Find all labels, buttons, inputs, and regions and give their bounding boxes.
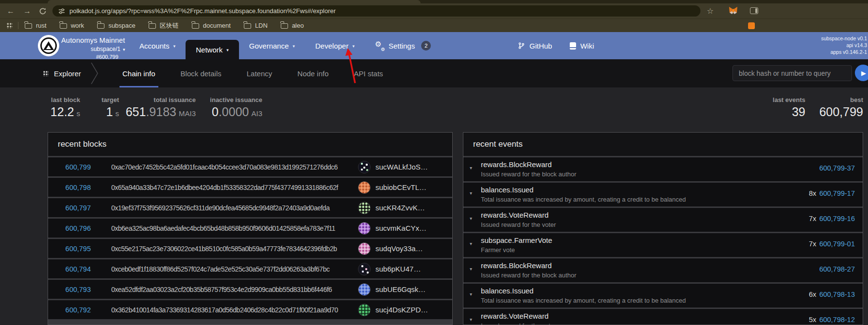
author-name: sucKR4ZvvK… (375, 204, 425, 212)
tab-node-info[interactable]: Node info (285, 59, 341, 87)
chain-info[interactable]: Autonomys Mainnet subspace/1▾ #600,799 (61, 36, 125, 60)
github-link[interactable]: GitHub (518, 42, 552, 50)
nav-settings[interactable]: ⚙⚙ Settings 2 (365, 32, 441, 59)
play-icon: ▶ (861, 69, 866, 77)
event-block-link[interactable]: 600,799-17 (819, 189, 855, 197)
block-number-link[interactable]: 600,796 (52, 224, 91, 232)
url-text[interactable]: polkadot.js.org/apps/?rpc=wss%3A%2F%2Frp… (69, 7, 336, 15)
event-row: ▾ rewards.BlockReward Issued reward for … (463, 258, 863, 282)
block-number-link[interactable]: 600,798 (52, 184, 91, 191)
wiki-link[interactable]: Wiki (570, 42, 594, 50)
bookmark-star-icon[interactable]: ☆ (707, 5, 714, 17)
tab-latency[interactable]: Latency (234, 59, 285, 87)
side-panel-icon[interactable] (750, 7, 758, 14)
reload-icon[interactable] (39, 7, 47, 15)
metamask-extension-icon[interactable] (729, 6, 738, 17)
identicon (358, 161, 371, 173)
block-author[interactable]: subUE6Gqsk… (358, 283, 425, 296)
bookmark-label: rust (36, 22, 47, 29)
bookmark-folder-blockchain[interactable]: 区块链 (149, 21, 179, 30)
folder-icon (25, 23, 32, 29)
event-block-link[interactable]: 600,798-13 (819, 291, 855, 298)
event-block-link[interactable]: 600,799-01 (819, 240, 855, 248)
event-row: ▾ rewards.BlockReward Issued reward for … (463, 157, 863, 181)
apps-grid-icon[interactable] (6, 22, 13, 29)
block-number-link[interactable]: 600,795 (52, 245, 91, 253)
chevron-down-icon: ▾ (173, 44, 176, 49)
block-author[interactable]: sudqVoy33a… (358, 242, 423, 255)
bookmark-label: LDN (255, 22, 268, 29)
event-description: Issued reward for the block author (481, 272, 577, 279)
block-number-link[interactable]: 600,792 (52, 306, 91, 314)
tab-block-details[interactable]: Block details (168, 59, 234, 87)
tab-chain-info[interactable]: Chain info (110, 59, 168, 87)
block-author[interactable]: sucvmKaCYx… (358, 222, 426, 235)
nav-governance[interactable]: Governance▾ (239, 32, 305, 59)
event-block-link[interactable]: 600,799-16 (819, 215, 855, 222)
main-nav: Accounts▾ Network▾ Governance▾ Developer… (129, 32, 441, 59)
expand-toggle-icon[interactable]: ▾ (470, 291, 472, 297)
table-row: 600,794 0xceb0edf1f18830ff86d5257f024c7a… (48, 259, 452, 278)
event-name: rewards.VoteReward (481, 211, 548, 219)
autonomys-logo-icon[interactable] (38, 35, 59, 56)
expand-toggle-icon[interactable]: ▾ (470, 216, 472, 221)
expand-toggle-icon[interactable]: ▾ (470, 241, 472, 246)
event-count: 7x (809, 215, 816, 222)
back-icon[interactable]: ← (5, 5, 17, 17)
forward-icon[interactable]: → (21, 5, 33, 17)
stat-last-block: last block 12.2s (51, 96, 80, 119)
bookmark-folder-work[interactable]: work (60, 22, 84, 29)
block-number-link[interactable]: 600,794 (52, 265, 91, 273)
expand-toggle-icon[interactable]: ▾ (470, 165, 472, 171)
block-number-link[interactable]: 600,799 (52, 163, 91, 171)
expand-toggle-icon[interactable]: ▾ (470, 190, 472, 196)
table-row: 600,798 0x65a940a33b47c72e1b6dbee4204db1… (48, 178, 452, 197)
nav-network[interactable]: Network▾ (186, 40, 239, 59)
event-row: ▾ balances.Issued Total issuance was inc… (463, 183, 863, 206)
bookmark-folder-aleo[interactable]: aleo (281, 22, 304, 29)
query-submit-button[interactable]: ▶ (855, 65, 868, 81)
bookmark-folder-subspace[interactable]: subspace (97, 22, 136, 29)
grid-icon (43, 70, 49, 76)
block-author[interactable]: sucj4DsKZPD… (358, 304, 428, 316)
address-bar[interactable]: polkadot.js.org/apps/?rpc=wss%3A%2F%2Frp… (52, 5, 700, 17)
event-name: rewards.BlockReward (481, 160, 552, 169)
stat-last-events: last events 39 (773, 96, 805, 119)
bookmark-folder-document[interactable]: document (192, 22, 231, 29)
expand-toggle-icon[interactable]: ▾ (470, 266, 472, 272)
site-settings-icon[interactable] (58, 8, 65, 15)
identicon (358, 263, 371, 275)
browser-active-tab[interactable] (48, 0, 421, 3)
bookmarks-extension-icon[interactable] (748, 22, 755, 29)
block-author[interactable]: subiobCEvTL… (358, 181, 426, 194)
event-block-link[interactable]: 600,798-12 (819, 316, 855, 324)
event-block-link[interactable]: 600,798-27 (819, 265, 855, 273)
event-block-link[interactable]: 600,799-37 (819, 164, 855, 172)
event-row: ▾ rewards.VoteReward Issued reward for t… (463, 208, 863, 232)
nav-accounts[interactable]: Accounts▾ (129, 32, 186, 59)
block-number-link[interactable]: 600,793 (52, 286, 91, 293)
block-number-link[interactable]: 600,797 (52, 204, 91, 212)
block-hash: 0xb6ea325ac98ba6aedafec4bcb65bd48b858b95… (111, 224, 335, 232)
bookmark-label: work (71, 22, 84, 29)
app-header: Autonomys Mainnet subspace/1▾ #600,799 A… (0, 32, 868, 59)
nav-developer[interactable]: Developer▾ (305, 32, 365, 59)
section-explorer[interactable]: Explorer (43, 59, 81, 87)
identicon (358, 202, 371, 214)
block-hash: 0xc55e2175ac23e7306022ce41b8510c0fc585a0… (111, 245, 337, 253)
header-links: GitHub Wiki (518, 32, 594, 59)
block-author[interactable]: sucKR4ZvvK… (358, 202, 425, 214)
block-author[interactable]: sucWALkfJoS… (358, 161, 428, 173)
tab-api-stats[interactable]: API stats (341, 59, 396, 87)
event-name: subspace.FarmerVote (481, 236, 552, 244)
event-name: rewards.VoteReward (481, 312, 548, 320)
block-author[interactable]: sub6pKU47… (358, 263, 421, 275)
divider (18, 22, 18, 29)
book-icon (570, 42, 576, 50)
bookmark-folder-rust[interactable]: rust (25, 22, 47, 29)
chain-spec[interactable]: subspace/1▾ (61, 46, 125, 52)
identicon (358, 222, 371, 235)
expand-toggle-icon[interactable]: ▾ (470, 317, 472, 322)
bookmark-folder-ldn[interactable]: LDN (244, 22, 268, 29)
block-query-input[interactable] (732, 65, 852, 81)
